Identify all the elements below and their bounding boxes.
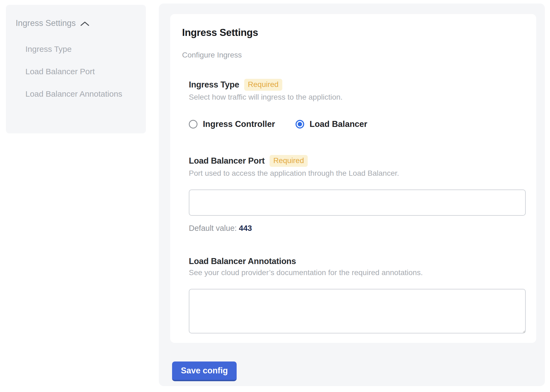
required-badge: Required (244, 79, 283, 91)
form-fields: Ingress Type Required Select how traffic… (189, 79, 519, 333)
main-panel: Ingress Settings Configure Ingress Ingre… (159, 4, 545, 386)
field-desc-ingress-type: Select how traffic will ingress to the a… (189, 93, 519, 102)
required-badge: Required (270, 155, 308, 167)
default-value: 443 (239, 224, 252, 232)
field-ingress-type: Ingress Type Required Select how traffic… (189, 79, 519, 129)
nav-item-ingress-type[interactable]: Ingress Type (25, 41, 123, 57)
ingress-settings-card: Ingress Settings Configure Ingress Ingre… (170, 14, 536, 343)
field-head-load-balancer-port: Load Balancer Port Required (189, 155, 519, 167)
field-load-balancer-annotations: Load Balancer Annotations See your cloud… (189, 256, 519, 333)
nav-list: Ingress Type Load Balancer Port Load Bal… (25, 35, 123, 102)
radio-label-load-balancer: Load Balancer (310, 119, 367, 129)
field-desc-load-balancer-port: Port used to access the application thro… (189, 169, 519, 178)
chevron-up-icon (80, 21, 90, 26)
load-balancer-port-input[interactable] (189, 190, 526, 216)
field-head-load-balancer-annotations: Load Balancer Annotations (189, 256, 519, 266)
nav-section-label: Ingress Settings (16, 18, 76, 28)
field-label-load-balancer-annotations: Load Balancer Annotations (189, 256, 296, 266)
page-title: Ingress Settings (182, 27, 519, 38)
field-head-ingress-type: Ingress Type Required (189, 79, 519, 91)
radio-ingress-controller[interactable] (189, 120, 197, 129)
nav-item-load-balancer-port[interactable]: Load Balancer Port (25, 63, 123, 79)
field-label-ingress-type: Ingress Type (189, 80, 239, 90)
default-value-label: Default value: (189, 224, 237, 232)
page-subtitle: Configure Ingress (182, 51, 519, 59)
save-config-button[interactable]: Save config (172, 361, 237, 381)
settings-nav: Ingress Settings Ingress Type Load Balan… (6, 5, 146, 133)
default-value-hint: Default value:443 (189, 224, 519, 233)
load-balancer-annotations-textarea[interactable] (189, 289, 526, 333)
radio-load-balancer-selected[interactable] (296, 120, 304, 129)
field-desc-load-balancer-annotations: See your cloud provider’s documentation … (189, 268, 519, 277)
radio-label-ingress-controller: Ingress Controller (203, 119, 275, 129)
radio-option-load-balancer[interactable]: Load Balancer (296, 119, 367, 129)
nav-item-load-balancer-annotations[interactable]: Load Balancer Annotations (25, 86, 123, 102)
ingress-type-radio-group: Ingress Controller Load Balancer (189, 119, 519, 129)
radio-option-ingress-controller[interactable]: Ingress Controller (189, 119, 275, 129)
field-load-balancer-port: Load Balancer Port Required Port used to… (189, 155, 519, 233)
nav-section-ingress-settings[interactable]: Ingress Settings (16, 18, 138, 28)
field-label-load-balancer-port: Load Balancer Port (189, 156, 265, 166)
